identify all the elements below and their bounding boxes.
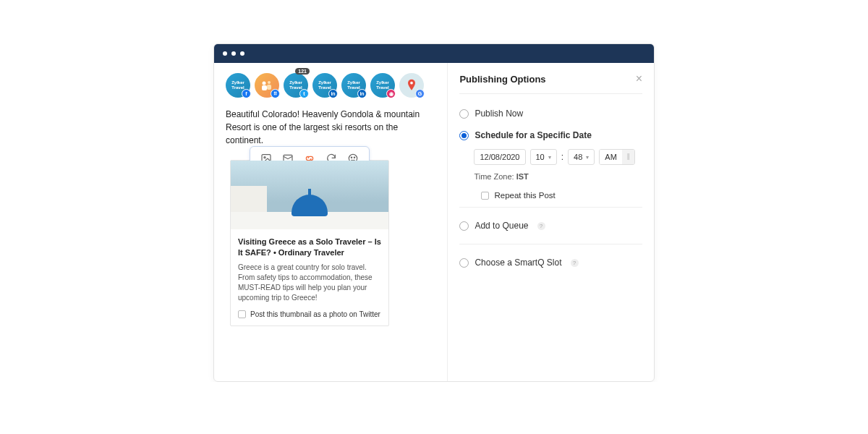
publishing-options-pane: Publishing Options × Publish Now Schedul… — [448, 63, 654, 381]
preview-title: Visiting Greece as a Solo Traveler – Is … — [238, 237, 381, 258]
option-label: Publish Now — [475, 109, 523, 119]
platform-badge-icon: in — [357, 89, 367, 98]
svg-rect-2 — [262, 85, 267, 90]
option-publish-now[interactable]: Publish Now — [459, 103, 642, 124]
window-dot — [240, 51, 244, 56]
option-label: Choose a SmartQ Slot — [475, 258, 561, 268]
channel-avatar[interactable]: Zylker Travel◉ — [370, 73, 395, 98]
chevron-down-icon: ▾ — [548, 154, 551, 161]
channel-selector: Zylker Travelf⠿Zylker Travelt121Zylker T… — [226, 73, 435, 98]
chevron-down-icon: ▾ — [586, 154, 589, 161]
schedule-controls: 12/08/2020 10▾ : 48▾ AM || — [474, 149, 642, 165]
link-preview-card: Visiting Greece as a Solo Traveler – Is … — [230, 160, 389, 326]
channel-avatar[interactable]: G — [399, 73, 424, 98]
date-input[interactable]: 12/08/2020 — [474, 149, 525, 165]
option-add-queue[interactable]: Add to Queue ? — [459, 215, 642, 237]
repeat-checkbox[interactable]: Repeat this Post — [481, 191, 642, 200]
svg-point-0 — [263, 82, 266, 85]
radio-icon — [459, 109, 469, 119]
option-label: Schedule for a Specific Date — [475, 130, 591, 140]
channel-avatar[interactable]: Zylker Travelin — [312, 73, 337, 98]
close-icon[interactable]: × — [636, 73, 642, 85]
checkbox-icon — [481, 192, 489, 200]
compose-pane: Zylker Travelf⠿Zylker Travelt121Zylker T… — [214, 63, 448, 381]
twitter-thumbnail-checkbox[interactable]: Post this thumbnail as a photo on Twitte… — [238, 310, 381, 318]
window-dot — [223, 51, 227, 56]
meridiem-pm: || — [622, 150, 634, 164]
meridiem-toggle[interactable]: AM || — [599, 149, 634, 165]
channel-avatar[interactable]: ⠿ — [255, 73, 279, 98]
panel-title: Publishing Options — [459, 74, 545, 85]
meridiem-am: AM — [600, 150, 622, 164]
checkbox-label: Repeat this Post — [494, 191, 555, 200]
radio-icon — [459, 258, 469, 268]
svg-point-1 — [268, 81, 271, 84]
radio-icon — [459, 221, 469, 231]
preview-image — [231, 161, 388, 229]
hour-select[interactable]: 10▾ — [530, 149, 557, 165]
svg-point-9 — [351, 157, 352, 158]
time-separator: : — [561, 152, 563, 162]
radio-icon — [459, 131, 469, 140]
platform-badge-icon: ◉ — [386, 89, 396, 98]
post-text[interactable]: Beautiful Colorado! Heavenly Gondola & m… — [226, 108, 435, 147]
window-dot — [231, 51, 236, 56]
platform-badge-icon: ⠿ — [271, 89, 280, 98]
option-smartq[interactable]: Choose a SmartQ Slot ? — [459, 252, 642, 273]
window-body: Zylker Travelf⠿Zylker Travelt121Zylker T… — [214, 63, 654, 381]
svg-point-10 — [354, 157, 354, 158]
checkbox-icon — [238, 310, 246, 318]
platform-badge-icon: f — [242, 89, 251, 98]
timezone-label: Time Zone: IST — [474, 172, 642, 181]
svg-rect-3 — [267, 85, 271, 90]
checkbox-label: Post this thumbnail as a photo on Twitte… — [250, 310, 380, 318]
platform-badge-icon: in — [328, 89, 338, 98]
compose-window: Zylker Travelf⠿Zylker Travelt121Zylker T… — [213, 43, 655, 382]
help-icon[interactable]: ? — [537, 222, 545, 230]
option-schedule[interactable]: Schedule for a Specific Date — [459, 124, 642, 146]
channel-avatar[interactable]: Zylker Travelt121 — [284, 73, 308, 98]
svg-point-6 — [264, 157, 265, 158]
channel-avatar[interactable]: Zylker Travelin — [341, 73, 366, 98]
option-label: Add to Queue — [475, 221, 528, 231]
platform-badge-icon: t — [299, 89, 309, 98]
preview-description: Greece is a great country for solo trave… — [238, 263, 381, 303]
platform-badge-icon: G — [415, 89, 425, 98]
minute-select[interactable]: 48▾ — [568, 149, 595, 165]
svg-point-4 — [410, 82, 413, 85]
help-icon[interactable]: ? — [571, 259, 579, 267]
window-titlebar — [214, 44, 654, 63]
channel-count-badge: 121 — [295, 68, 310, 75]
channel-avatar[interactable]: Zylker Travelf — [226, 73, 250, 98]
